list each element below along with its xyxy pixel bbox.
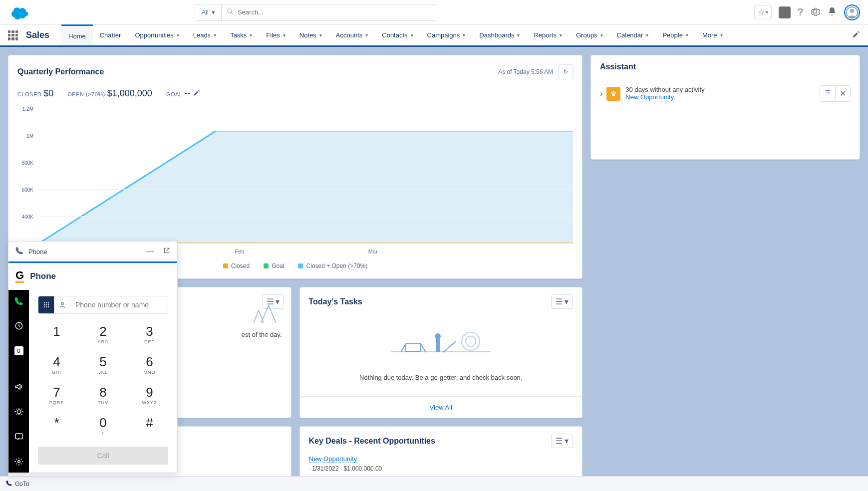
dialkey-1[interactable]: 1 [38, 321, 75, 347]
nav-tab-opportunities[interactable]: Opportunities▾ [128, 25, 186, 45]
dialkey-4[interactable]: 4GHI [38, 351, 75, 378]
setup-button[interactable] [810, 6, 820, 18]
chevron-down-icon: ▾ [766, 9, 768, 15]
dialkey-6[interactable]: 6MNO [131, 351, 168, 378]
dialer-tab-icon[interactable] [12, 294, 26, 308]
chevron-down-icon: ▾ [463, 32, 465, 38]
assistant-list-icon[interactable] [820, 86, 836, 101]
assistant-dismiss-icon[interactable]: ✕ [836, 86, 850, 101]
popout-icon[interactable] [163, 247, 170, 256]
events-hint: est of the day. [242, 331, 282, 338]
feedback-icon[interactable] [12, 430, 26, 444]
user-avatar[interactable] [844, 4, 860, 20]
dialkey-9[interactable]: 9WXYZ [131, 382, 168, 408]
closed-label: CLOSED [17, 91, 41, 97]
contacts-toggle-icon[interactable] [54, 296, 70, 313]
dialkey-7[interactable]: 7PQRS [38, 382, 75, 408]
search-scope-dropdown[interactable]: All ▾ [195, 4, 221, 21]
nav-tab-contacts[interactable]: Contacts▾ [375, 25, 420, 45]
nav-tab-label: Chatter [100, 31, 121, 39]
search-input[interactable] [238, 8, 431, 16]
nav-tab-campaigns[interactable]: Campaigns▾ [420, 25, 473, 45]
global-add-button[interactable]: + [779, 6, 791, 18]
bell-icon [827, 6, 837, 18]
nav-tab-dashboards[interactable]: Dashboards▾ [472, 25, 527, 45]
dialkey-3[interactable]: 3DEF [131, 321, 168, 347]
nav-tab-more[interactable]: More▾ [695, 25, 730, 45]
perf-title: Quarterly Performance [17, 67, 104, 76]
nav-tab-label: Leads [193, 31, 211, 39]
plus-icon: + [782, 7, 788, 17]
dialkey-2[interactable]: 2ABC [84, 321, 122, 347]
star-icon: ☆ [758, 7, 765, 17]
nav-tab-home[interactable]: Home [61, 24, 93, 45]
favorites-button[interactable]: ☆▾ [754, 5, 772, 19]
call-button[interactable]: Call [38, 447, 168, 465]
nav-tab-chatter[interactable]: Chatter [93, 25, 128, 45]
goto-utility-item[interactable]: GoTo [6, 480, 29, 488]
dialkey-num: 8 [84, 385, 122, 400]
nav-tab-groups[interactable]: Groups▾ [569, 25, 610, 45]
dialkey-5[interactable]: 5JKL [84, 351, 122, 378]
history-tab-icon[interactable] [12, 319, 26, 333]
minimize-icon[interactable]: — [146, 247, 154, 256]
svg-point-0 [228, 8, 232, 12]
dialkey-*[interactable]: * [38, 412, 75, 439]
chevron-right-icon[interactable]: › [600, 89, 602, 98]
deal-link[interactable]: New Opportunity [309, 455, 357, 463]
phone-sidebar: 0 [8, 290, 29, 473]
dialkey-num: 6 [131, 354, 168, 370]
dialkey-#[interactable]: # [131, 412, 168, 439]
nav-tab-label: Opportunities [135, 31, 173, 39]
help-button[interactable]: ? [798, 6, 803, 18]
dialkey-num: 0 [84, 415, 122, 431]
chevron-down-icon: ▾ [600, 32, 603, 38]
svg-point-23 [45, 302, 46, 303]
dialkey-0[interactable]: 0+ [84, 412, 122, 439]
nav-tab-files[interactable]: Files▾ [259, 25, 292, 45]
nav-tab-label: Calendar [617, 31, 643, 39]
card-menu-button[interactable]: ☰▾ [551, 434, 573, 448]
svg-point-28 [43, 306, 44, 307]
svg-point-22 [43, 302, 44, 303]
settings-icon[interactable] [12, 455, 26, 469]
nav-tab-notes[interactable]: Notes▾ [292, 25, 329, 45]
chevron-down-icon: ▾ [720, 32, 723, 38]
global-search: All ▾ [195, 4, 436, 21]
gear-icon [810, 6, 820, 18]
dialkey-8[interactable]: 8TUV [84, 382, 122, 408]
tasks-view-all-link[interactable]: View All [430, 404, 452, 411]
goto-label: GoTo [15, 481, 29, 488]
chevron-down-icon: ▾ [365, 32, 368, 38]
bug-icon[interactable] [12, 405, 26, 419]
key-deals-card: Key Deals - Recent Opportunities ☰▾ New … [299, 426, 583, 482]
phone-subtitle: Phone [30, 271, 56, 281]
voicemail-tab[interactable]: 0 [12, 344, 26, 358]
nav-tab-people[interactable]: People▾ [655, 25, 695, 45]
nav-tab-leads[interactable]: Leads▾ [186, 25, 223, 45]
app-launcher-icon[interactable] [8, 30, 18, 40]
edit-nav-icon[interactable] [852, 30, 860, 40]
dialkey-num: 4 [38, 354, 75, 370]
nav-tab-accounts[interactable]: Accounts▾ [329, 25, 375, 45]
assistant-link[interactable]: New Opportunity [625, 93, 674, 101]
announce-icon[interactable] [12, 380, 26, 394]
svg-point-19 [17, 410, 21, 414]
svg-rect-12 [436, 339, 440, 352]
notifications-button[interactable] [827, 6, 837, 18]
nav-tab-tasks[interactable]: Tasks▾ [223, 25, 259, 45]
assistant-line1: 30 days without any activity [625, 86, 815, 93]
nav-tab-reports[interactable]: Reports▾ [527, 25, 569, 45]
dialkey-sub: JKL [84, 370, 122, 375]
assistant-title: Assistant [600, 62, 851, 71]
edit-goal-icon[interactable] [193, 89, 200, 98]
open-value: $1,000,000 [107, 88, 152, 99]
svg-point-31 [61, 302, 63, 305]
dialpad-toggle-icon[interactable] [38, 296, 54, 313]
dialkey-sub: WXYZ [131, 400, 168, 405]
refresh-button[interactable]: ↻ [558, 64, 573, 79]
legend-item: Closed + Open (>70%) [298, 262, 367, 269]
phone-search-input[interactable] [70, 296, 168, 313]
card-menu-button[interactable]: ☰▾ [551, 294, 573, 309]
nav-tab-calendar[interactable]: Calendar▾ [610, 25, 656, 45]
